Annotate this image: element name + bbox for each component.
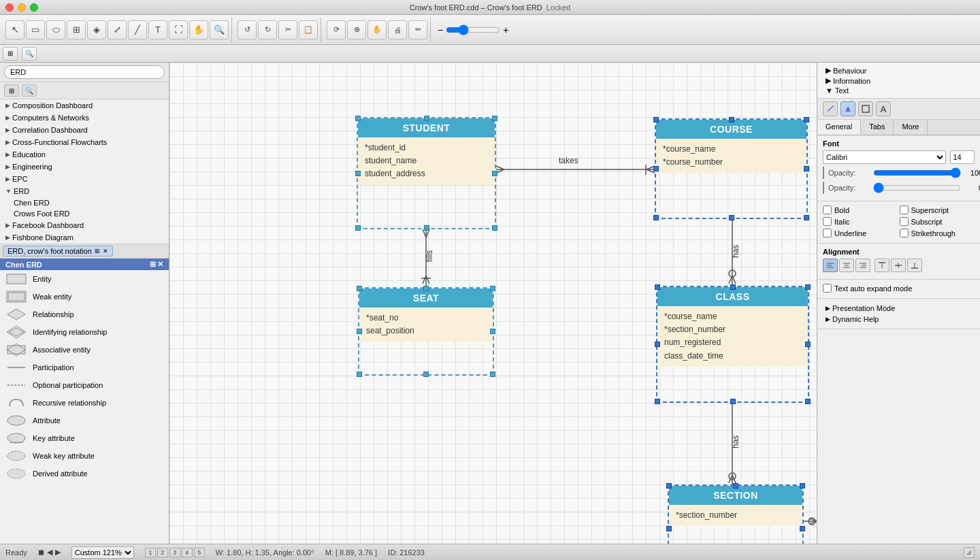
handle-tm[interactable] <box>423 286 429 291</box>
entity-section[interactable]: SECTION *section_number <box>668 484 804 544</box>
sel-handle-tr[interactable] <box>805 284 811 290</box>
sel-handle-ml[interactable] <box>666 526 672 531</box>
pencil-btn[interactable]: ✏ <box>408 20 427 39</box>
strikethrough-checkbox[interactable]: Strikethrough <box>900 229 975 237</box>
handle-tm[interactable] <box>424 116 429 121</box>
shape-relationship[interactable]: Relationship <box>0 306 169 323</box>
sel-handle-tl[interactable] <box>655 284 660 290</box>
shape-assoc-entity[interactable]: Associative entity <box>0 341 169 359</box>
sel-handle-mr[interactable] <box>804 166 809 171</box>
connector-tool[interactable]: ⤢ <box>108 20 127 39</box>
prev-btn[interactable]: ◀ <box>47 548 52 557</box>
sel-handle-mr[interactable] <box>800 526 805 531</box>
format-pen-btn[interactable] <box>823 101 838 116</box>
handle-tl[interactable] <box>355 116 361 121</box>
underline-checkbox[interactable]: Underline <box>823 229 898 237</box>
sidebar-item-epc[interactable]: ▶ EPC <box>0 173 169 185</box>
sidebar-item-fishbone[interactable]: ▶ Fishbone Diagram <box>0 231 169 244</box>
nav-search-btn[interactable]: 🔍 <box>22 84 37 97</box>
next-btn[interactable]: ▶ <box>55 548 61 557</box>
paste-btn[interactable]: 📋 <box>299 20 318 39</box>
close-button[interactable] <box>5 3 14 12</box>
sidebar-item-engineering[interactable]: ▶ Engineering <box>0 161 169 173</box>
sel-handle-bm[interactable] <box>730 399 736 404</box>
tab-general[interactable]: General <box>817 120 861 135</box>
shape-optional-part[interactable]: Optional participation <box>0 376 169 394</box>
handle-bl[interactable] <box>357 372 362 377</box>
sel-handle-ml[interactable] <box>655 342 660 347</box>
subscript-checkbox[interactable]: Subscript <box>900 217 975 226</box>
handle-bm[interactable] <box>423 372 429 377</box>
sel-handle-br[interactable] <box>805 399 811 404</box>
font-family-select[interactable]: Calibri Arial Times New Roman <box>823 150 946 164</box>
shape-tool[interactable]: ◈ <box>87 20 106 39</box>
zoom-plus[interactable]: + <box>503 24 508 35</box>
valign-bottom-btn[interactable] <box>907 259 922 272</box>
zoom-in-btn[interactable]: ⊕ <box>347 20 366 39</box>
undo-btn[interactable]: ↺ <box>238 20 257 39</box>
sel-handle-bl[interactable] <box>653 215 659 220</box>
tab-tabs[interactable]: Tabs <box>861 120 894 135</box>
shape-recursive-rel[interactable]: Recursive relationship <box>0 394 169 412</box>
format-fill-btn[interactable] <box>840 101 855 116</box>
align-right-btn[interactable] <box>855 259 870 272</box>
format-border-btn[interactable] <box>858 101 873 116</box>
redo-btn[interactable]: ↻ <box>258 20 277 39</box>
tree-item-behaviour[interactable]: ▶ Behaviour <box>823 65 975 76</box>
sidebar-item-correlation[interactable]: ▶ Correlation Dashboard <box>0 124 169 136</box>
table-tool[interactable]: ⊞ <box>67 20 86 39</box>
tab-more[interactable]: More <box>894 120 928 135</box>
search-btn[interactable]: 🔍 <box>22 47 37 61</box>
bold-checkbox[interactable]: Bold <box>823 205 898 214</box>
sidebar-item-crows-foot[interactable]: Crows Foot ERD <box>0 208 169 219</box>
handle-tl[interactable] <box>357 286 362 291</box>
sel-handle-tm[interactable] <box>729 117 734 122</box>
sel-handle-bl[interactable] <box>655 399 660 404</box>
strikethrough-check[interactable] <box>900 229 909 237</box>
page-btn-2[interactable]: 2 <box>157 548 168 557</box>
diagram-tab-close-icon[interactable]: ✕ <box>103 248 108 254</box>
handle-ml[interactable] <box>355 171 361 176</box>
resize-handle[interactable]: ⊿ <box>964 547 975 558</box>
entity-student[interactable]: STUDENT *student_idstudent_namestudent_a… <box>357 117 496 229</box>
text-tool[interactable]: T <box>148 20 167 39</box>
zoom-minus[interactable]: − <box>438 24 443 35</box>
canvas[interactable]: takes fills has has <box>169 63 817 544</box>
print-btn[interactable]: 🖨 <box>388 20 407 39</box>
shape-weak-key-attr[interactable]: Weak key attribute <box>0 447 169 465</box>
sel-handle-tr[interactable] <box>800 483 805 489</box>
zoom-slider[interactable] <box>446 24 500 35</box>
dynamic-help-item[interactable]: ▶ Dynamic Help <box>823 314 975 325</box>
shapes-grid-icon[interactable]: ⊞ <box>150 260 156 269</box>
stop-btn[interactable]: ◼ <box>38 548 44 557</box>
shapes-close-icon[interactable]: ✕ <box>157 260 163 269</box>
pan-btn[interactable]: ✋ <box>368 20 387 39</box>
page-btn-5[interactable]: 5 <box>194 548 205 557</box>
handle-br[interactable] <box>490 372 495 377</box>
search-input[interactable] <box>4 65 165 79</box>
sel-handle-tm[interactable] <box>733 483 738 489</box>
shape-participation[interactable]: Participation <box>0 359 169 376</box>
page-btn-3[interactable]: 3 <box>169 548 180 557</box>
sidebar-item-crossfunc[interactable]: ▶ Cross-Functional Flowcharts <box>0 136 169 148</box>
valign-middle-btn[interactable] <box>891 259 906 272</box>
handle-bm[interactable] <box>424 225 429 231</box>
valign-top-btn[interactable] <box>875 259 889 272</box>
opacity-slider-1[interactable] <box>873 167 961 178</box>
font-size-input[interactable] <box>950 150 975 164</box>
sel-handle-tl[interactable] <box>653 117 659 122</box>
shape-key-attribute[interactable]: Key attribute <box>0 429 169 447</box>
subscript-check[interactable] <box>900 217 909 226</box>
sidebar-item-education[interactable]: ▶ Education <box>0 148 169 161</box>
bold-check[interactable] <box>823 205 832 214</box>
image-tool[interactable]: ⛶ <box>169 20 188 39</box>
shape-entity[interactable]: Entity <box>0 270 169 288</box>
format-text-btn[interactable]: A <box>876 101 891 116</box>
nav-grid-btn[interactable]: ⊞ <box>4 84 19 97</box>
color-swatch-1[interactable] <box>823 167 824 179</box>
sidebar-item-chen-erd[interactable]: Chen ERD <box>0 197 169 208</box>
italic-checkbox[interactable]: Italic <box>823 217 898 226</box>
sel-handle-mr[interactable] <box>805 342 811 347</box>
sidebar-item-facebook[interactable]: ▶ Facebook Dashboard <box>0 219 169 231</box>
entity-class[interactable]: CLASS *course_name*section_numbernum_reg… <box>656 286 809 403</box>
